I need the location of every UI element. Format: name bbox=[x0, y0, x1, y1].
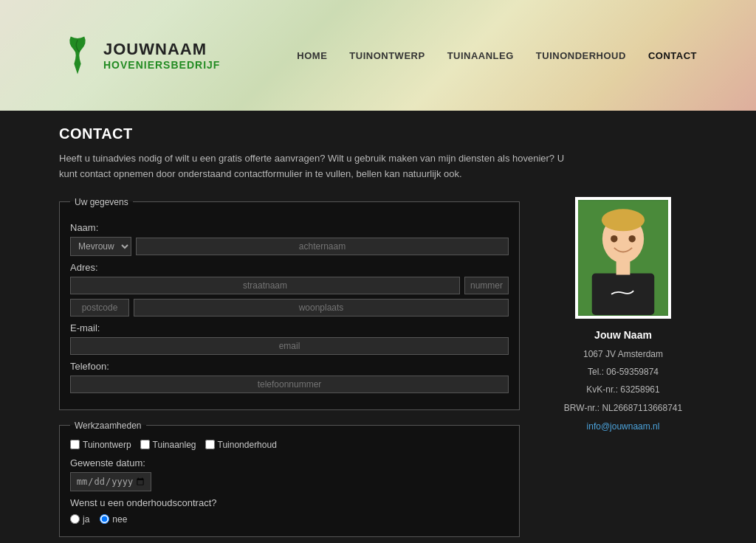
contact-form: Uw gegevens Naam: Mevrouw De heer Adres: bbox=[59, 197, 520, 543]
adres-label: Adres: bbox=[70, 262, 509, 273]
logo: JOUWNAAM HOVENIERSBEDRIJF bbox=[59, 33, 220, 77]
checkbox-tuinaanleg[interactable] bbox=[140, 440, 150, 449]
main-nav: HOME TUINONTWERP TUINAANLEG TUINONDERHOU… bbox=[297, 50, 697, 61]
nav-tuinontwerp[interactable]: TUINONTWERP bbox=[349, 50, 425, 61]
telefoon-input[interactable] bbox=[70, 376, 509, 393]
nummer-input[interactable] bbox=[464, 277, 509, 294]
email-input[interactable] bbox=[70, 337, 509, 355]
naam-label: Naam: bbox=[70, 222, 509, 233]
intro-text: Heeft u tuinadvies nodig of wilt u een g… bbox=[59, 151, 576, 182]
person-email: info@jouwnaam.nl bbox=[587, 421, 660, 432]
svg-point-5 bbox=[611, 235, 617, 242]
checkbox-tuinaanleg-text: Tuinaanleg bbox=[153, 440, 196, 450]
header: JOUWNAAM HOVENIERSBEDRIJF HOME TUINONTWE… bbox=[0, 0, 756, 111]
logo-sub-text: HOVENIERSBEDRIJF bbox=[103, 59, 220, 71]
salutation-select[interactable]: Mevrouw De heer bbox=[70, 237, 131, 256]
page-title: CONTACT bbox=[59, 125, 697, 142]
radio-nee[interactable] bbox=[100, 514, 109, 524]
checkbox-tuinontwerp-text: Tuinontwerp bbox=[83, 440, 131, 450]
checkbox-row: Tuinontwerp Tuinaanleg Tuinonderhoud bbox=[70, 440, 509, 450]
main-content: CONTACT Heeft u tuinadvies nodig of wilt… bbox=[0, 111, 756, 543]
radio-nee-label[interactable]: nee bbox=[100, 514, 127, 525]
profile-image bbox=[575, 197, 671, 319]
person-brw: BRW-nr.: NL26687113668741 bbox=[564, 401, 682, 415]
straatnaam-input[interactable] bbox=[70, 277, 460, 294]
svg-point-2 bbox=[602, 209, 645, 231]
radio-nee-text: nee bbox=[112, 514, 127, 525]
werkzaamheden-legend: Werkzaamheden bbox=[70, 421, 146, 431]
logo-main-text: JOUWNAAM bbox=[103, 40, 220, 59]
gegevens-fieldset: Uw gegevens Naam: Mevrouw De heer Adres: bbox=[59, 197, 520, 410]
nav-home[interactable]: HOME bbox=[297, 50, 327, 61]
telefoon-label: Telefoon: bbox=[70, 361, 509, 372]
postcode-input[interactable] bbox=[70, 299, 129, 317]
person-address: 1067 JV Amsterdam bbox=[583, 347, 663, 362]
datum-label: Gewenste datum: bbox=[70, 457, 509, 468]
person-kvk: KvK-nr.: 63258961 bbox=[586, 382, 659, 397]
achternaam-input[interactable] bbox=[136, 238, 509, 255]
werkzaamheden-fieldset: Werkzaamheden Tuinontwerp Tuinaanleg Tui… bbox=[59, 421, 520, 537]
person-name: Jouw Naam bbox=[594, 329, 652, 341]
radio-ja-label[interactable]: ja bbox=[70, 514, 89, 525]
checkbox-tuinaanleg-label[interactable]: Tuinaanleg bbox=[140, 440, 196, 450]
svg-point-6 bbox=[629, 235, 636, 242]
checkbox-tuinontwerp-label[interactable]: Tuinontwerp bbox=[70, 440, 131, 450]
svg-rect-3 bbox=[592, 273, 654, 314]
nav-contact[interactable]: CONTACT bbox=[648, 50, 697, 61]
radio-ja-text: ja bbox=[83, 514, 89, 525]
svg-rect-4 bbox=[616, 259, 630, 274]
gegevens-legend: Uw gegevens bbox=[70, 197, 133, 207]
checkbox-tuinonderhoud-text: Tuinonderhoud bbox=[218, 440, 277, 450]
logo-text: JOUWNAAM HOVENIERSBEDRIJF bbox=[103, 40, 220, 71]
email-label: E-mail: bbox=[70, 322, 509, 333]
info-column: Jouw Naam 1067 JV Amsterdam Tel.: 06-593… bbox=[549, 197, 697, 432]
checkbox-tuinonderhoud-label[interactable]: Tuinonderhoud bbox=[205, 440, 277, 450]
checkbox-tuinontwerp[interactable] bbox=[70, 440, 80, 449]
contract-label: Wenst u een onderhoudscontract? bbox=[70, 497, 509, 508]
nav-tuinonderhoud[interactable]: TUINONDERHOUD bbox=[536, 50, 626, 61]
checkbox-tuinonderhoud[interactable] bbox=[205, 440, 215, 449]
radio-row: ja nee bbox=[70, 514, 509, 525]
woonplaats-input[interactable] bbox=[134, 299, 509, 317]
datum-input[interactable] bbox=[70, 472, 151, 491]
nav-tuinaanleg[interactable]: TUINAANLEG bbox=[447, 50, 514, 61]
profile-svg bbox=[578, 197, 668, 319]
logo-icon bbox=[59, 33, 96, 77]
radio-ja[interactable] bbox=[70, 514, 80, 524]
person-tel: Tel.: 06-59359874 bbox=[588, 364, 659, 379]
